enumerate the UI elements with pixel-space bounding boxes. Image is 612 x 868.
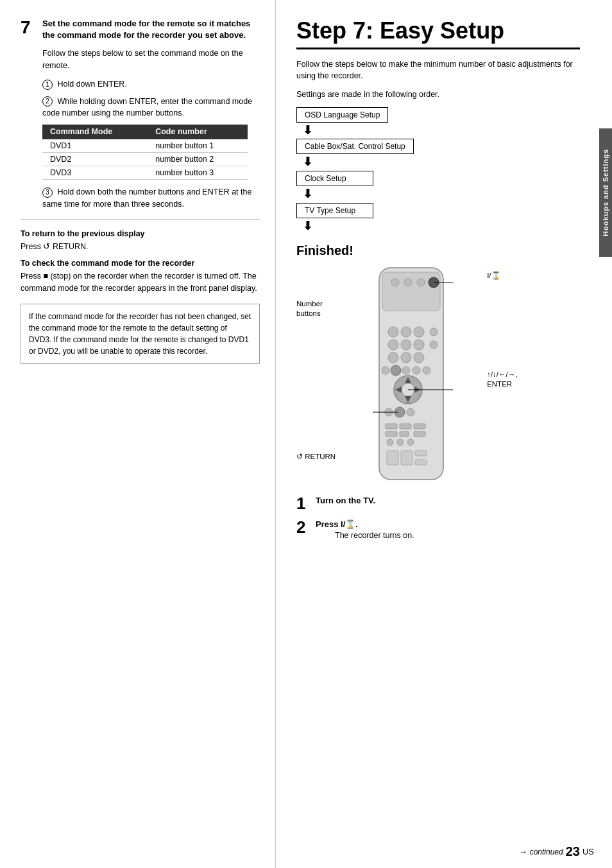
svg-rect-43	[415, 460, 427, 465]
step-sub-2: The recorder turns on.	[335, 530, 414, 542]
step3-text: Hold down both the number buttons and EN…	[42, 187, 251, 209]
step-2: 2 While holding down ENTER, enter the co…	[42, 96, 260, 120]
flow-arrow-1: ⬇	[303, 124, 312, 138]
right-intro-1: Follow the steps below to make the minim…	[296, 58, 580, 83]
flow-arrow-3: ⬇	[303, 187, 312, 202]
subtext-1: Press ↺ RETURN.	[21, 241, 260, 253]
table-cell-mode-3: DVD3	[42, 166, 148, 180]
table-cell-mode-2: DVD2	[42, 153, 148, 166]
svg-point-3	[404, 279, 412, 286]
subhead-1: To return to the previous display	[21, 229, 260, 238]
svg-point-13	[401, 352, 411, 363]
table-row: DVD2 number button 2	[42, 153, 248, 166]
svg-point-14	[414, 352, 424, 363]
footer: → continued 23 US	[519, 844, 594, 859]
svg-point-17	[382, 367, 389, 374]
circle-2: 2	[42, 96, 53, 107]
table-cell-code-3: number button 3	[148, 166, 248, 180]
svg-rect-31	[386, 424, 397, 429]
svg-rect-42	[415, 451, 427, 456]
step-number-left: 7	[21, 18, 38, 38]
right-intro-2: Settings are made in the following order…	[296, 89, 580, 101]
svg-point-38	[397, 439, 404, 446]
footer-continued: continued	[530, 847, 563, 856]
table-header-code: Code number	[148, 125, 248, 139]
flow-box-4: TV Type Setup	[296, 203, 373, 218]
left-column: 7 Set the command mode for the remote so…	[0, 0, 276, 868]
step-3: 3 Hold down both the number buttons and …	[42, 186, 260, 211]
flow-arrow-4: ⬇	[303, 220, 312, 234]
note-box: If the command mode for the recorder has…	[21, 304, 260, 364]
svg-point-19	[402, 367, 410, 374]
left-heading-text: Set the command mode for the remote so i…	[42, 18, 260, 41]
svg-point-8	[414, 327, 424, 337]
left-heading: 7 Set the command mode for the remote so…	[21, 18, 260, 41]
svg-point-2	[391, 279, 399, 286]
footer-page: 23	[566, 844, 580, 859]
svg-point-10	[401, 340, 411, 350]
subtext-2: Press ■ (stop) on the recorder when the …	[21, 270, 260, 295]
step1-text: Hold down ENTER.	[57, 80, 126, 89]
svg-point-18	[391, 365, 401, 376]
step-text-1: Turn on the TV.	[316, 494, 375, 507]
svg-point-16	[430, 341, 438, 349]
remote-svg	[341, 265, 482, 483]
subhead-2: To check the command mode for the record…	[21, 259, 260, 268]
svg-point-4	[417, 279, 425, 286]
svg-point-39	[407, 439, 414, 446]
svg-rect-33	[414, 424, 425, 429]
table-cell-code-2: number button 2	[148, 153, 248, 166]
svg-point-20	[412, 367, 420, 374]
svg-rect-36	[414, 431, 425, 437]
table-row: DVD1 number button 1	[42, 139, 248, 153]
label-number-buttons: Numberbuttons	[296, 299, 336, 318]
svg-point-15	[430, 328, 438, 336]
bottom-step-2: 2 Press I/⌛. The recorder turns on.	[296, 518, 580, 542]
step-num-2: 2	[296, 518, 316, 537]
svg-rect-41	[401, 451, 412, 465]
step2-text: While holding down ENTER, enter the comm…	[42, 97, 252, 118]
svg-rect-32	[400, 424, 411, 429]
svg-point-30	[407, 408, 414, 416]
flow-arrow-2: ⬇	[303, 155, 312, 169]
circle-3: 3	[42, 187, 53, 198]
divider-1	[21, 220, 260, 220]
table-header-mode: Command Mode	[42, 125, 148, 139]
svg-point-6	[388, 327, 398, 337]
circle-1: 1	[42, 80, 53, 90]
step-text-2: Press I/⌛.	[316, 518, 414, 531]
svg-point-37	[387, 439, 393, 446]
label-power-right: I/⌛	[487, 271, 517, 280]
page-title: Step 7: Easy Setup	[296, 18, 580, 49]
command-table: Command Mode Code number DVD1 number but…	[42, 125, 248, 180]
flow-box-3: Clock Setup	[296, 171, 373, 186]
table-cell-code-1: number button 1	[148, 139, 248, 153]
svg-point-9	[388, 340, 398, 350]
finished-label: Finished!	[296, 243, 580, 258]
left-intro: Follow the steps below to set the comman…	[42, 48, 260, 72]
svg-point-11	[414, 340, 424, 350]
bottom-steps: 1 Turn on the TV. 2 Press I/⌛. The recor…	[296, 494, 580, 542]
svg-point-21	[423, 367, 430, 374]
step-1: 1 Hold down ENTER.	[42, 78, 260, 91]
remote-left-labels: Numberbuttons ↺ RETURN	[296, 265, 341, 483]
svg-rect-40	[387, 451, 398, 465]
flow-diagram: OSD Language Setup ⬇ Cable Box/Sat. Cont…	[296, 107, 580, 234]
sidebar-tab: Hookups and Settings	[599, 128, 612, 257]
label-return: ↺ RETURN	[296, 452, 336, 461]
flow-box-2: Cable Box/Sat. Control Setup	[296, 139, 414, 154]
svg-point-12	[388, 352, 398, 363]
right-column: Step 7: Easy Setup Follow the steps belo…	[276, 0, 612, 868]
label-enter-right: ↑/↓/←/→,ENTER	[487, 370, 517, 389]
footer-suffix: US	[582, 847, 594, 856]
bottom-step-1: 1 Turn on the TV.	[296, 494, 580, 513]
flow-box-1: OSD Language Setup	[296, 107, 388, 123]
svg-point-7	[401, 327, 411, 337]
step-num-1: 1	[296, 494, 316, 513]
remote-illustration: Numberbuttons ↺ RETURN	[296, 265, 580, 483]
table-cell-mode-1: DVD1	[42, 139, 148, 153]
svg-rect-35	[400, 431, 409, 437]
remote-right-labels: I/⌛ ↑/↓/←/→,ENTER	[482, 265, 517, 483]
footer-arrow: →	[519, 847, 527, 856]
svg-rect-34	[386, 431, 397, 437]
